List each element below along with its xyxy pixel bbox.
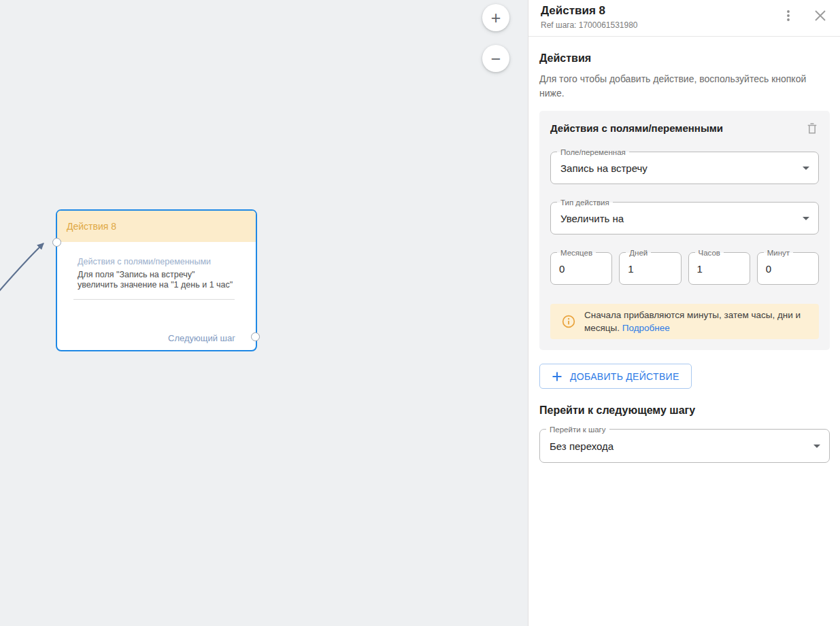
node-input-port[interactable] <box>52 238 61 247</box>
plus-icon <box>552 371 562 382</box>
delete-action-button[interactable] <box>805 122 819 135</box>
hours-input[interactable] <box>697 263 741 275</box>
action-type-label: Тип действия <box>557 197 613 208</box>
caret-down-icon <box>813 445 820 448</box>
action-type-value: Увеличить на <box>560 213 624 224</box>
caret-down-icon <box>803 217 809 220</box>
actions-section-heading: Действия <box>539 52 830 65</box>
node-divider <box>73 299 235 300</box>
minus-icon: − <box>491 49 501 68</box>
add-action-button-label: ДОБАВИТЬ ДЕЙСТВИЕ <box>570 371 679 382</box>
info-box: Сначала прибавляются минуты, затем часы,… <box>550 304 819 339</box>
action-card: Действия с полями/переменными Поле/перем… <box>539 111 830 350</box>
goto-step-select[interactable]: Перейти к шагу Без перехода <box>539 429 830 463</box>
node-title: Действия 8 <box>67 221 116 232</box>
node-header[interactable]: Действия 8 <box>57 211 256 242</box>
action-type-select[interactable]: Тип действия Увеличить на <box>550 202 819 234</box>
goto-step-label: Перейти к шагу <box>546 424 609 435</box>
months-label: Месяцев <box>557 247 596 258</box>
minutes-input[interactable] <box>766 263 810 275</box>
days-field[interactable]: Дней <box>619 252 681 285</box>
days-label: Дней <box>626 247 651 258</box>
flow-canvas[interactable]: + − Действия 8 Действия с полями/перемен… <box>0 0 527 626</box>
next-step-section-heading: Перейти к следующему шагу <box>539 404 830 417</box>
minutes-label: Минут <box>764 247 793 258</box>
zoom-out-button[interactable]: − <box>482 45 509 72</box>
trash-icon <box>805 122 819 135</box>
close-icon <box>813 9 827 22</box>
plus-icon: + <box>491 8 501 27</box>
node-next-step-label: Следующий шаг <box>168 333 235 343</box>
panel-header: Действия 8 Ref шага: 1700061531980 <box>528 0 840 37</box>
step-node[interactable]: Действия 8 Действия с полями/переменными… <box>56 209 257 351</box>
panel-content: Действия Для того чтобы добавить действи… <box>528 52 840 476</box>
actions-section-hint: Для того чтобы добавить действие, воспол… <box>539 72 821 101</box>
node-action-description: Для поля "Запись на встречу" увеличить з… <box>78 270 237 290</box>
months-input[interactable] <box>559 263 603 275</box>
close-panel-button[interactable] <box>811 6 830 25</box>
add-action-button[interactable]: ДОБАВИТЬ ДЕЙСТВИЕ <box>539 364 692 389</box>
info-circle-icon <box>562 315 575 328</box>
node-output-port[interactable] <box>251 332 260 341</box>
duration-fields: Месяцев Дней Часов Минут <box>550 252 819 285</box>
more-details-link[interactable]: Подробнее <box>622 323 670 333</box>
days-input[interactable] <box>628 263 672 275</box>
goto-step-value: Без перехода <box>550 440 614 452</box>
minutes-field[interactable]: Минут <box>757 252 819 285</box>
hours-label: Часов <box>695 247 724 258</box>
action-card-title: Действия с полями/переменными <box>550 122 723 134</box>
step-settings-panel: Действия 8 Ref шага: 1700061531980 Дейст… <box>528 0 840 626</box>
hours-field[interactable]: Часов <box>688 252 750 285</box>
caret-down-icon <box>803 167 809 170</box>
field-variable-select[interactable]: Поле/переменная Запись на встречу <box>550 152 819 184</box>
field-variable-value: Запись на встречу <box>560 162 648 174</box>
kebab-menu-button[interactable] <box>779 6 798 25</box>
info-text: Сначала прибавляются минуты, затем часы,… <box>584 310 801 333</box>
node-body: Действия с полями/переменными Для поля "… <box>57 242 256 350</box>
node-action-label: Действия с полями/переменными <box>78 257 238 266</box>
kebab-menu-icon <box>782 9 795 22</box>
zoom-in-button[interactable]: + <box>482 4 509 31</box>
months-field[interactable]: Месяцев <box>550 252 612 285</box>
field-variable-label: Поле/переменная <box>557 147 629 158</box>
